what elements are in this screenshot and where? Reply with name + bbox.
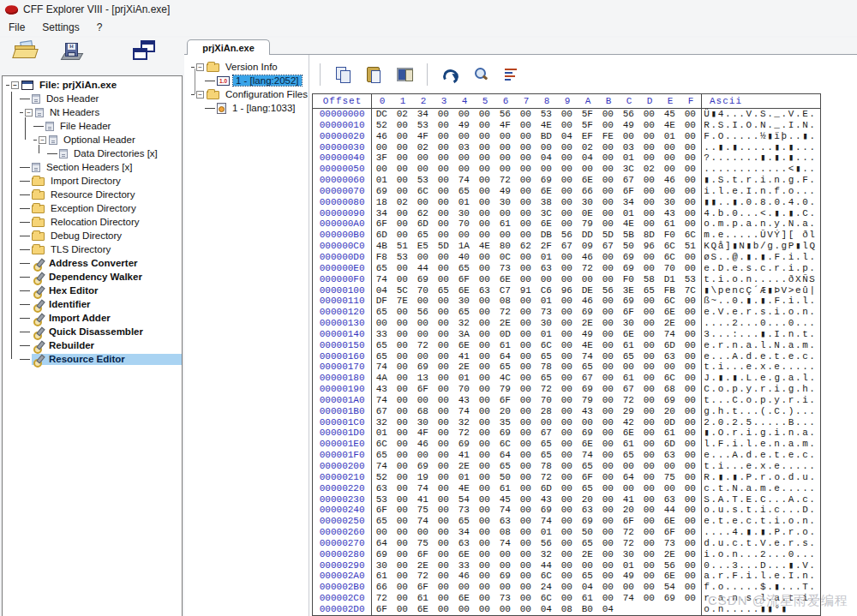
byte-cell[interactable]: 65	[536, 373, 556, 384]
byte-cell[interactable]: 69	[618, 296, 638, 307]
byte-cell[interactable]: 3F	[371, 153, 392, 164]
byte-cell[interactable]: 69	[494, 571, 515, 582]
byte-cell[interactable]: 00	[515, 318, 536, 329]
byte-cell[interactable]: C6	[536, 285, 556, 296]
ascii-cell[interactable]: ?.......▮.▮.▮...	[701, 153, 820, 164]
byte-cell[interactable]: 00	[392, 406, 412, 417]
ascii-cell[interactable]: e.r.n.a.l.N.a.m.	[701, 340, 820, 351]
ascii-cell[interactable]: ............<▮..	[701, 164, 820, 175]
byte-cell[interactable]: 35	[494, 417, 515, 428]
byte-cell[interactable]: 00	[536, 274, 556, 285]
byte-cell[interactable]: 5B	[618, 230, 638, 241]
tree-item-dos-header[interactable]: Dos Header	[3, 92, 182, 105]
byte-cell[interactable]: 65	[536, 351, 556, 362]
ascii-cell[interactable]: a.r.F.i.l.e.I.n.	[701, 571, 820, 582]
byte-cell[interactable]: 4A	[371, 373, 392, 384]
byte-cell[interactable]: 65	[577, 571, 597, 582]
byte-cell[interactable]: 80	[494, 241, 515, 252]
byte-cell[interactable]: 00	[453, 230, 474, 241]
byte-cell[interactable]: 00	[556, 362, 577, 373]
byte-cell[interactable]: 61	[618, 439, 638, 450]
ascii-cell[interactable]: KQå]▮N▮b/g.gP▮lQ	[701, 241, 820, 252]
byte-cell[interactable]: 68	[412, 406, 433, 417]
byte-cell[interactable]: 4B	[371, 241, 392, 252]
byte-cell[interactable]: 72	[618, 527, 638, 538]
byte-cell[interactable]: 2E	[577, 549, 597, 560]
byte-cell[interactable]: 2E	[453, 362, 474, 373]
byte-cell[interactable]: 6F	[371, 604, 392, 615]
byte-cell[interactable]: 5F	[577, 109, 597, 120]
byte-cell[interactable]: 02	[392, 197, 412, 208]
byte-cell[interactable]: BD	[536, 131, 556, 142]
byte-cell[interactable]: 00	[474, 318, 494, 329]
byte-cell[interactable]: 00	[577, 560, 597, 571]
byte-cell[interactable]: 96	[638, 241, 659, 252]
byte-cell[interactable]: 64	[494, 450, 515, 461]
byte-cell[interactable]: 75	[412, 505, 433, 516]
byte-cell[interactable]: 00	[638, 560, 659, 571]
byte-cell[interactable]: 34	[618, 197, 638, 208]
byte-cell[interactable]: 00	[433, 274, 453, 285]
tree-item-exception-directory[interactable]: Exception Directory	[3, 201, 182, 215]
byte-cell[interactable]: 00	[515, 373, 536, 384]
byte-cell[interactable]: 00	[433, 164, 453, 175]
byte-cell[interactable]: 6E	[536, 186, 556, 197]
byte-cell[interactable]: 6F	[577, 472, 597, 483]
byte-cell[interactable]: 00	[392, 373, 412, 384]
byte-cell[interactable]: 44	[412, 263, 433, 274]
byte-cell[interactable]: 6E	[618, 428, 638, 439]
byte-cell[interactable]: 00	[412, 527, 433, 538]
byte-cell[interactable]: 00	[474, 461, 494, 472]
byte-cell[interactable]: 00	[597, 109, 618, 120]
byte-cell[interactable]: 00	[494, 582, 515, 593]
byte-cell[interactable]: 00	[392, 329, 412, 340]
byte-cell[interactable]: 49	[577, 329, 597, 340]
byte-cell[interactable]: 49	[453, 120, 474, 131]
byte-cell[interactable]: 30	[618, 549, 638, 560]
byte-cell[interactable]: 00	[597, 274, 618, 285]
byte-cell[interactable]: 61	[412, 593, 433, 604]
byte-cell[interactable]: 72	[453, 428, 474, 439]
byte-cell[interactable]: 00	[597, 384, 618, 395]
byte-cell[interactable]: 61	[494, 483, 515, 494]
byte-cell[interactable]: 6E	[618, 329, 638, 340]
byte-cell[interactable]: 00	[556, 505, 577, 516]
byte-cell[interactable]: 41	[453, 351, 474, 362]
byte-cell[interactable]: 6E	[453, 285, 474, 296]
tree-item-import-adder[interactable]: Import Adder	[3, 311, 182, 325]
byte-cell[interactable]: 79	[577, 395, 597, 406]
byte-cell[interactable]: 00	[515, 197, 536, 208]
byte-cell[interactable]: 00	[453, 131, 474, 142]
byte-cell[interactable]: 4E	[474, 241, 494, 252]
byte-cell[interactable]: 63	[659, 351, 680, 362]
byte-cell[interactable]: 00	[474, 373, 494, 384]
byte-cell[interactable]: 0D	[494, 329, 515, 340]
byte-cell[interactable]: 00	[536, 142, 556, 153]
byte-cell[interactable]: 91	[515, 285, 536, 296]
copy-icon[interactable]	[334, 66, 351, 83]
byte-cell[interactable]: 00	[556, 472, 577, 483]
byte-cell[interactable]: 00	[638, 417, 659, 428]
ascii-cell[interactable]: ..▮.▮.....▮.▮...	[701, 142, 820, 153]
byte-cell[interactable]: 65	[618, 351, 638, 362]
byte-cell[interactable]: 74	[659, 329, 680, 340]
byte-cell[interactable]: 00	[680, 120, 700, 131]
byte-cell[interactable]: 00	[433, 318, 453, 329]
byte-cell[interactable]: 00	[392, 120, 412, 131]
byte-cell[interactable]: 67	[371, 406, 392, 417]
byte-cell[interactable]: 5F	[577, 120, 597, 131]
byte-cell[interactable]: 65	[371, 307, 392, 318]
ascii-cell[interactable]: i.l.e.I.n.f.o...	[701, 186, 820, 197]
byte-cell[interactable]: 58	[638, 274, 659, 285]
byte-cell[interactable]: 00	[638, 384, 659, 395]
byte-cell[interactable]: 00	[638, 505, 659, 516]
byte-cell[interactable]: 00	[474, 439, 494, 450]
byte-cell[interactable]: 00	[433, 505, 453, 516]
byte-cell[interactable]: 00	[494, 142, 515, 153]
byte-cell[interactable]: 00	[597, 439, 618, 450]
byte-cell[interactable]: 00	[556, 373, 577, 384]
byte-cell[interactable]: 72	[412, 571, 433, 582]
byte-cell[interactable]: 00	[638, 351, 659, 362]
byte-cell[interactable]: 96	[556, 285, 577, 296]
byte-cell[interactable]: 00	[597, 516, 618, 527]
